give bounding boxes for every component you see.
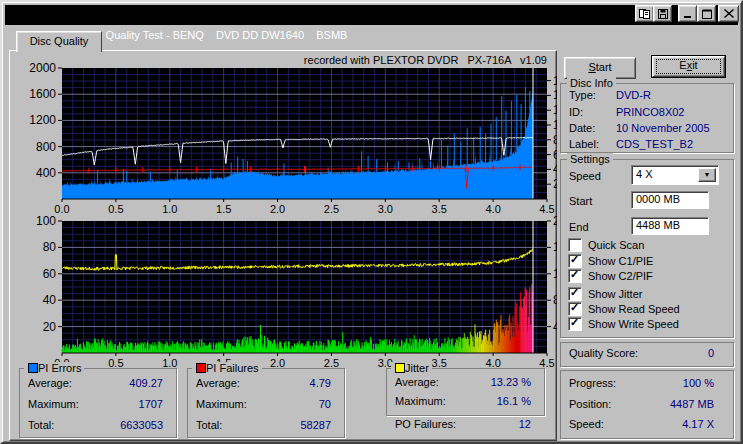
svg-text:16: 16: [553, 74, 557, 88]
checkbox-label: Show Write Speed: [588, 318, 679, 330]
quality-score-value: 0: [708, 347, 714, 359]
svg-text:2: 2: [553, 177, 557, 191]
stat-value: 6633053: [120, 419, 163, 431]
speed-status-value: 4.17 X: [682, 418, 714, 430]
po-failures-value: 12: [519, 418, 531, 430]
checkbox-label: Show C2/PIF: [588, 270, 653, 282]
stat-value: 4.79: [310, 377, 331, 389]
pages-button[interactable]: [635, 5, 654, 22]
pi-errors-speed-chart: 0.00.51.01.52.02.53.03.54.04.54008001200…: [12, 52, 557, 215]
minimize-icon: [683, 9, 693, 19]
stat-label: Average:: [196, 377, 240, 389]
progress-label: Progress:: [569, 377, 616, 389]
speed-combobox[interactable]: 4 X: [631, 165, 719, 185]
position-value: 4487 MB: [670, 398, 714, 410]
checkbox-show-c2-pif[interactable]: [568, 269, 582, 283]
progress-value: 100 %: [683, 377, 714, 389]
svg-text:2000: 2000: [29, 61, 56, 75]
svg-text:8: 8: [553, 133, 557, 147]
svg-text:12: 12: [553, 267, 557, 281]
svg-text:14: 14: [553, 88, 557, 102]
disc-info-label: ID:: [569, 106, 583, 118]
maximize-button[interactable]: [697, 5, 716, 22]
disc-info-label: Type:: [569, 89, 596, 101]
checkbox-label: Show C1/PIE: [588, 255, 653, 267]
checkbox-show-jitter[interactable]: [568, 287, 582, 301]
title-bar[interactable]: CD Speed : Disc Quality Test - BENQ DVD …: [5, 5, 738, 25]
svg-text:16: 16: [553, 240, 557, 254]
stat-label: Average:: [28, 377, 72, 389]
svg-text:12: 12: [553, 103, 557, 117]
jitter-legend-chip: [395, 363, 405, 373]
stat-label: Total:: [196, 419, 222, 431]
end-mb-input[interactable]: 4488 MB: [631, 217, 709, 235]
checkbox-quick-scan[interactable]: [568, 238, 582, 252]
tab-disc-quality[interactable]: Disc Quality: [16, 31, 102, 52]
minimize-button[interactable]: [678, 5, 697, 22]
po-failures-label: PO Failures:: [395, 418, 456, 430]
close-icon: [724, 9, 734, 18]
save-icon: [658, 9, 668, 19]
svg-text:4: 4: [553, 320, 557, 334]
start-mb-value: 0000 MB: [636, 193, 680, 205]
start-mb-label: Start: [569, 195, 592, 207]
disc-info-value: 10 November 2005: [616, 122, 710, 134]
end-mb-label: End: [569, 221, 589, 233]
stat-label: Average:: [395, 376, 439, 388]
stat-label: Maximum:: [395, 395, 446, 407]
svg-text:6: 6: [553, 148, 557, 162]
disc-info-value: CDS_TEST_B2: [616, 138, 693, 150]
focus-rect: [656, 59, 721, 74]
checkbox-label: Show Jitter: [588, 288, 642, 300]
pi-errors-legend-chip: [28, 363, 38, 373]
start-mb-input[interactable]: 0000 MB: [631, 191, 709, 209]
checkbox-label: Show Read Speed: [588, 303, 680, 315]
stat-value: 1707: [139, 398, 163, 410]
svg-text:80: 80: [43, 240, 57, 254]
svg-text:20: 20: [43, 320, 57, 334]
pi-failures-legend-chip: [196, 363, 206, 373]
svg-text:40: 40: [43, 293, 57, 307]
stat-value: 409.27: [129, 377, 163, 389]
tab-label: Disc Quality: [30, 35, 89, 47]
checkbox-show-c1-pie[interactable]: [568, 254, 582, 268]
stat-value: 16.1 %: [497, 395, 531, 407]
stat-value: 70: [319, 398, 331, 410]
stat-label: Maximum:: [28, 398, 79, 410]
svg-text:100: 100: [36, 214, 56, 228]
svg-text:400: 400: [36, 166, 56, 180]
disc-info-title: Disc Info: [567, 77, 616, 89]
disc-info-value: PRINCO8X02: [616, 106, 684, 118]
stat-label: Total:: [28, 419, 54, 431]
position-label: Position:: [569, 398, 611, 410]
svg-text:1200: 1200: [29, 113, 56, 127]
quality-score-label: Quality Score:: [569, 347, 638, 359]
checkbox-label: Quick Scan: [588, 239, 644, 251]
svg-text:8: 8: [553, 293, 557, 307]
pi-failures-jitter-chart: 0.00.51.01.52.02.53.03.54.04.52040608010…: [12, 214, 557, 375]
stat-value: 58287: [300, 419, 331, 431]
speed-value: 4 X: [636, 168, 653, 180]
svg-text:4: 4: [553, 162, 557, 176]
app-window: CD Speed : Disc Quality Test - BENQ DVD …: [0, 0, 743, 444]
disc-info-value: DVD-R: [616, 89, 651, 101]
save-button[interactable]: [653, 5, 672, 22]
close-button[interactable]: [718, 5, 739, 22]
disc-info-label: Label:: [569, 138, 599, 150]
svg-text:800: 800: [36, 140, 56, 154]
svg-text:1600: 1600: [29, 87, 56, 101]
svg-text:20: 20: [553, 214, 557, 228]
exit-button[interactable]: Exit: [651, 55, 726, 78]
checkbox-show-read-speed[interactable]: [568, 302, 582, 316]
maximize-icon: [702, 9, 712, 19]
checkbox-show-write-speed[interactable]: [568, 317, 582, 331]
start-button[interactable]: Start: [564, 57, 636, 79]
svg-text:10: 10: [553, 118, 557, 132]
settings-title: Settings: [567, 153, 613, 165]
pages-icon: [639, 9, 650, 19]
end-mb-value: 4488 MB: [636, 219, 680, 231]
chevron-down-icon[interactable]: [698, 168, 716, 182]
svg-text:60: 60: [43, 267, 57, 281]
speed-label: Speed: [569, 170, 601, 182]
stat-value: 13.23 %: [491, 376, 531, 388]
